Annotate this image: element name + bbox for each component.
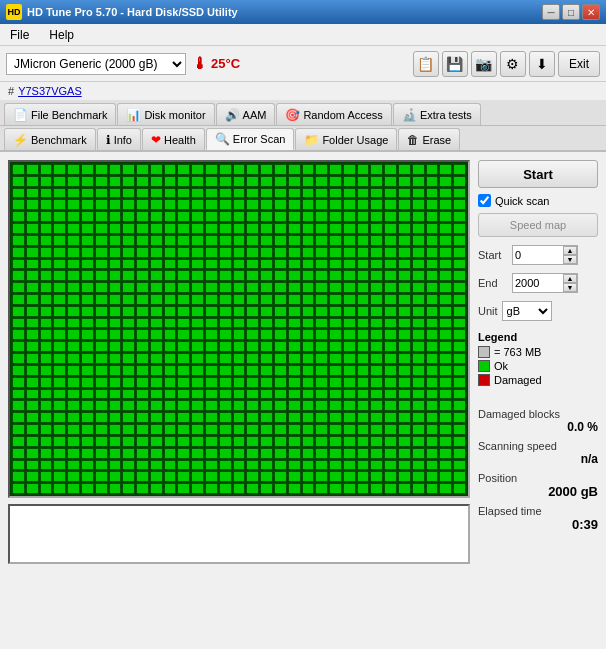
- tab-benchmark[interactable]: ⚡ Benchmark: [4, 128, 96, 150]
- grid-cell: [384, 176, 397, 187]
- grid-cell: [53, 353, 66, 364]
- window-controls[interactable]: ─ □ ✕: [542, 4, 600, 20]
- end-param-row: End ▲ ▼: [478, 273, 598, 293]
- grid-cell: [343, 282, 356, 293]
- speed-map-button[interactable]: Speed map: [478, 213, 598, 237]
- tab-erase[interactable]: 🗑 Erase: [398, 128, 460, 150]
- grid-cell: [150, 341, 163, 352]
- grid-cell: [343, 389, 356, 400]
- start-button[interactable]: Start: [478, 160, 598, 188]
- grid-cell: [288, 460, 301, 471]
- exit-button[interactable]: Exit: [558, 51, 600, 77]
- grid-cell: [329, 235, 342, 246]
- grid-cell: [191, 270, 204, 281]
- camera-icon-btn[interactable]: 📷: [471, 51, 497, 77]
- grid-cell: [205, 188, 218, 199]
- grid-cell: [274, 436, 287, 447]
- grid-cell: [67, 188, 80, 199]
- tab-health[interactable]: ❤ Health: [142, 128, 205, 150]
- grid-cell: [426, 436, 439, 447]
- grid-cell: [233, 412, 246, 423]
- tab-error-scan[interactable]: 🔍 Error Scan: [206, 128, 295, 150]
- tab-aam[interactable]: 🔊 AAM: [216, 103, 276, 125]
- grid-cell: [398, 329, 411, 340]
- grid-cell: [260, 424, 273, 435]
- grid-cell: [329, 483, 342, 494]
- quick-scan-checkbox[interactable]: [478, 194, 491, 207]
- grid-cell: [370, 471, 383, 482]
- minimize-button[interactable]: ─: [542, 4, 560, 20]
- grid-cell: [343, 329, 356, 340]
- tab-random-access[interactable]: 🎯 Random Access: [276, 103, 391, 125]
- serial-number[interactable]: Y7S37VGAS: [18, 85, 82, 97]
- save-icon-btn[interactable]: 💾: [442, 51, 468, 77]
- grid-cell: [274, 471, 287, 482]
- grid-cell: [219, 294, 232, 305]
- grid-cell: [384, 318, 397, 329]
- grid-cell: [150, 294, 163, 305]
- end-down-button[interactable]: ▼: [563, 283, 577, 292]
- disk-selector[interactable]: JMicron Generic (2000 gB): [6, 53, 186, 75]
- grid-cell: [329, 436, 342, 447]
- download-icon-btn[interactable]: ⬇: [529, 51, 555, 77]
- grid-cell: [426, 188, 439, 199]
- grid-cell: [329, 353, 342, 364]
- legend-ok-box: [478, 360, 490, 372]
- grid-cell: [398, 164, 411, 175]
- end-up-button[interactable]: ▲: [563, 274, 577, 283]
- grid-cell: [315, 176, 328, 187]
- grid-cell: [357, 318, 370, 329]
- grid-cell: [122, 270, 135, 281]
- tab-folder-usage[interactable]: 📁 Folder Usage: [295, 128, 397, 150]
- settings-icon-btn[interactable]: ⚙: [500, 51, 526, 77]
- tab-info[interactable]: ℹ Info: [97, 128, 141, 150]
- copy-icon-btn[interactable]: 📋: [413, 51, 439, 77]
- grid-cell: [53, 448, 66, 459]
- grid-cell: [260, 448, 273, 459]
- tab-extra-tests[interactable]: 🔬 Extra tests: [393, 103, 481, 125]
- grid-cell: [164, 460, 177, 471]
- unit-select[interactable]: gB: [502, 301, 552, 321]
- grid-cell: [205, 365, 218, 376]
- tab-disk-monitor[interactable]: 📊 Disk monitor: [117, 103, 214, 125]
- grid-cell: [439, 318, 452, 329]
- grid-cell: [329, 389, 342, 400]
- grid-cell: [439, 353, 452, 364]
- grid-cell: [81, 389, 94, 400]
- help-menu[interactable]: Help: [44, 26, 79, 44]
- grid-cell: [357, 436, 370, 447]
- grid-cell: [370, 211, 383, 222]
- grid-cell: [109, 436, 122, 447]
- close-button[interactable]: ✕: [582, 4, 600, 20]
- file-menu[interactable]: File: [5, 26, 34, 44]
- grid-cell: [246, 199, 259, 210]
- grid-cell: [302, 294, 315, 305]
- grid-cell: [136, 365, 149, 376]
- grid-cell: [246, 318, 259, 329]
- tab-file-benchmark[interactable]: 📄 File Benchmark: [4, 103, 116, 125]
- grid-cell: [315, 329, 328, 340]
- grid-cell: [246, 188, 259, 199]
- grid-cell: [12, 483, 25, 494]
- grid-cell: [136, 199, 149, 210]
- grid-cell: [164, 471, 177, 482]
- start-up-button[interactable]: ▲: [563, 246, 577, 255]
- grid-cell: [26, 199, 39, 210]
- grid-cell: [274, 377, 287, 388]
- start-down-button[interactable]: ▼: [563, 255, 577, 264]
- grid-cell: [53, 211, 66, 222]
- start-input[interactable]: [513, 246, 563, 264]
- grid-cell: [426, 223, 439, 234]
- grid-cell: [384, 235, 397, 246]
- grid-cell: [12, 259, 25, 270]
- maximize-button[interactable]: □: [562, 4, 580, 20]
- grid-cell: [302, 318, 315, 329]
- legend-damaged-box: [478, 374, 490, 386]
- grid-cell: [233, 259, 246, 270]
- grid-cell: [246, 436, 259, 447]
- grid-cell: [384, 471, 397, 482]
- grid-cell: [191, 448, 204, 459]
- end-input[interactable]: [513, 274, 563, 292]
- grid-cell: [302, 400, 315, 411]
- grid-cell: [260, 483, 273, 494]
